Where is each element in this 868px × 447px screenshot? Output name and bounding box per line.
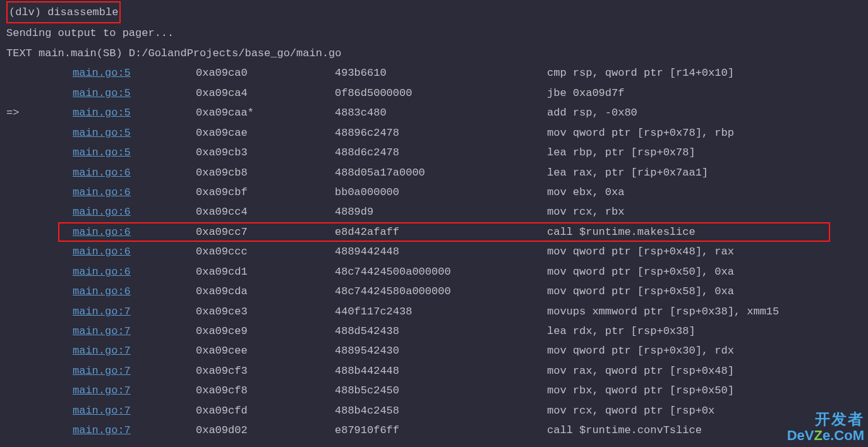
watermark: 开发者 DeVZe.CoM	[787, 411, 864, 443]
bytes-col: 440f117c2438	[335, 302, 547, 321]
watermark-cn: 开发者	[787, 411, 864, 427]
assembly-col: lea rbp, ptr [rsp+0x78]	[547, 143, 868, 162]
assembly-col: add rsp, -0x80	[547, 103, 868, 122]
address-col: 0xa09cc7	[196, 222, 335, 242]
source-col: main.go:6	[73, 202, 196, 222]
bytes-col: 488b442448	[335, 361, 547, 381]
source-link[interactable]: main.go:7	[73, 424, 131, 436]
source-col: main.go:7	[73, 420, 196, 440]
source-col: main.go:7	[73, 361, 196, 381]
assembly-col: mov rax, qword ptr [rsp+0x48]	[547, 361, 868, 381]
source-col: main.go:7	[73, 381, 196, 400]
source-col: main.go:5	[73, 143, 196, 162]
current-pointer	[6, 83, 73, 103]
source-link[interactable]: main.go:7	[73, 405, 131, 417]
address-col: 0xa09cf3	[196, 361, 335, 381]
current-pointer	[6, 262, 73, 282]
disasm-row: main.go:70xa09d02e87910f6ffcall $runtime…	[0, 420, 868, 440]
address-col: 0xa09cd1	[196, 262, 335, 282]
disasm-row: main.go:70xa09ce3440f117c2438movups xmmw…	[0, 302, 868, 321]
source-link[interactable]: main.go:7	[73, 384, 131, 396]
bytes-col: 48c74424500a000000	[335, 262, 547, 282]
assembly-col: mov qword ptr [rsp+0x30], rdx	[547, 341, 868, 361]
bytes-col: 4883c480	[335, 103, 547, 122]
source-col: main.go:5	[73, 123, 196, 143]
source-col: main.go:7	[73, 321, 196, 341]
source-link[interactable]: main.go:7	[73, 365, 131, 377]
assembly-col: call $runtime.makeslice	[547, 222, 868, 242]
current-pointer	[6, 341, 73, 361]
source-link[interactable]: main.go:7	[73, 345, 131, 357]
assembly-col: lea rdx, ptr [rsp+0x38]	[547, 321, 868, 341]
current-pointer	[6, 282, 73, 301]
disasm-row: main.go:50xa09cae48896c2478mov qword ptr…	[0, 123, 868, 143]
current-pointer	[6, 302, 73, 321]
bytes-col: 4889442448	[335, 242, 547, 261]
source-link[interactable]: main.go:6	[73, 206, 131, 218]
disasm-row: main.go:60xa09cbfbb0a000000mov ebx, 0xa	[0, 182, 868, 202]
source-link[interactable]: main.go:6	[73, 266, 131, 278]
current-pointer	[6, 361, 73, 381]
source-link[interactable]: main.go:6	[73, 246, 131, 258]
current-pointer	[6, 222, 73, 242]
source-link[interactable]: main.go:6	[73, 285, 131, 297]
assembly-col: mov qword ptr [rsp+0x78], rbp	[547, 123, 868, 143]
source-col: main.go:6	[73, 282, 196, 301]
disasm-row: main.go:60xa09cc7e8d42afaffcall $runtime…	[0, 222, 868, 242]
disasm-row: =>main.go:50xa09caa*4883c480add rsp, -0x…	[0, 103, 868, 122]
assembly-col: lea rax, ptr [rip+0x7aa1]	[547, 163, 868, 182]
address-col: 0xa09ca4	[196, 83, 335, 103]
address-col: 0xa09cc4	[196, 202, 335, 222]
assembly-col: mov qword ptr [rsp+0x48], rax	[547, 242, 868, 261]
bytes-col: e87910f6ff	[335, 420, 547, 440]
assembly-col: jbe 0xa09d7f	[547, 83, 868, 103]
source-col: main.go:6	[73, 242, 196, 261]
current-pointer	[6, 321, 73, 341]
text-decl-line: TEXT main.main(SB) D:/GolandProjects/bas…	[0, 44, 868, 63]
source-link[interactable]: main.go:6	[73, 226, 131, 238]
source-link[interactable]: main.go:5	[73, 107, 131, 119]
source-link[interactable]: main.go:6	[73, 186, 131, 198]
assembly-col: mov rcx, rbx	[547, 202, 868, 222]
disasm-row: main.go:70xa09ce9488d542438lea rdx, ptr …	[0, 321, 868, 341]
source-col: main.go:7	[73, 302, 196, 321]
source-link[interactable]: main.go:6	[73, 167, 131, 179]
address-col: 0xa09cb8	[196, 163, 335, 182]
bytes-col: 488b5c2450	[335, 381, 547, 400]
address-col: 0xa09d02	[196, 420, 335, 440]
address-col: 0xa09cb3	[196, 143, 335, 162]
source-link[interactable]: main.go:5	[73, 67, 131, 79]
source-link[interactable]: main.go:5	[73, 146, 131, 158]
pager-line: Sending output to pager...	[0, 23, 868, 43]
current-pointer: =>	[6, 103, 73, 122]
assembly-col: movups xmmword ptr [rsp+0x38], xmm15	[547, 302, 868, 321]
disasm-row: main.go:70xa09cfd488b4c2458mov rcx, qwor…	[0, 401, 868, 420]
disasm-row: main.go:50xa09ca40f86d5000000jbe 0xa09d7…	[0, 83, 868, 103]
disasm-row: main.go:70xa09cee4889542430mov qword ptr…	[0, 341, 868, 361]
prompt-text[interactable]: (dlv) disassemble	[9, 6, 118, 18]
current-pointer	[6, 143, 73, 162]
watermark-domain: DeVZe.CoM	[787, 428, 864, 443]
source-col: main.go:7	[73, 401, 196, 420]
bytes-col: 488d6c2478	[335, 143, 547, 162]
disasm-row: main.go:60xa09cda48c74424580a000000mov q…	[0, 282, 868, 301]
source-col: main.go:6	[73, 222, 196, 242]
bytes-col: bb0a000000	[335, 182, 547, 202]
bytes-col: 488d05a17a0000	[335, 163, 547, 182]
source-link[interactable]: main.go:7	[73, 325, 131, 337]
current-pointer	[6, 63, 73, 83]
current-pointer	[6, 420, 73, 440]
source-col: main.go:6	[73, 262, 196, 282]
source-col: main.go:6	[73, 182, 196, 202]
disasm-row: main.go:70xa09cf8488b5c2450mov rbx, qwor…	[0, 381, 868, 400]
source-link[interactable]: main.go:7	[73, 306, 131, 318]
source-link[interactable]: main.go:5	[73, 87, 131, 99]
source-link[interactable]: main.go:5	[73, 127, 131, 139]
address-col: 0xa09cf8	[196, 381, 335, 400]
current-pointer	[6, 242, 73, 261]
bytes-col: 0f86d5000000	[335, 83, 547, 103]
assembly-col: mov qword ptr [rsp+0x58], 0xa	[547, 282, 868, 301]
address-col: 0xa09ce3	[196, 302, 335, 321]
address-col: 0xa09ca0	[196, 63, 335, 83]
address-col: 0xa09cda	[196, 282, 335, 301]
